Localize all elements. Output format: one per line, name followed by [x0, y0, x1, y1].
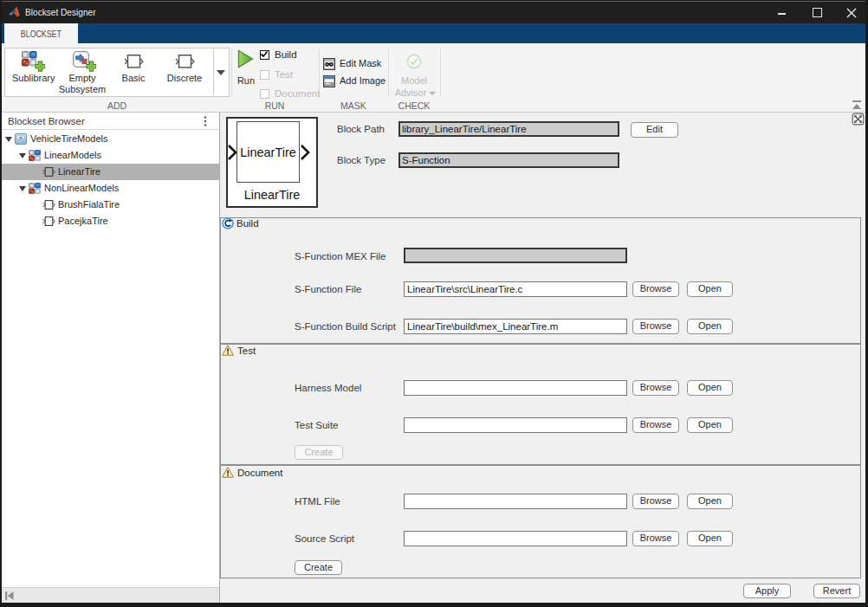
maximize-button[interactable] [806, 2, 830, 23]
tree-item-label: BrushFialaTire [58, 197, 120, 213]
tree-item-linearmodels[interactable]: LinearModels [2, 147, 219, 164]
empty-subsystem-button[interactable]: Empty Subsystem [55, 48, 109, 96]
run-section-label: RUN [249, 101, 301, 111]
empty-subsystem-icon [73, 51, 96, 73]
expander-icon[interactable] [19, 153, 26, 158]
add-section-label: ADD [91, 101, 143, 111]
test-checkbox[interactable]: Test [260, 70, 316, 81]
sfunction-build-script-open-button[interactable]: Open [687, 319, 733, 334]
collapse-panel-button[interactable] [3, 589, 17, 601]
empty-subsystem-label-line2: Subsystem [55, 84, 109, 94]
sfunction-build-script-field[interactable]: LinearTire\build\mex_LinearTire.m [404, 319, 627, 334]
model-advisor-button[interactable]: Model Advisor [392, 48, 437, 99]
expand-icon [852, 113, 865, 126]
sfunction-file-open-button[interactable]: Open [687, 281, 733, 297]
ribbon-band [2, 23, 865, 43]
test-suite-field[interactable] [404, 417, 627, 433]
build-section-title: Build [236, 218, 259, 229]
harness-model-open-button[interactable]: Open [687, 380, 733, 396]
blockset-designer-window: Blockset Designer BLOCKSET [0, 0, 868, 607]
html-file-field[interactable] [404, 494, 627, 509]
expander-icon[interactable] [19, 186, 26, 191]
run-button[interactable]: Run [233, 48, 259, 96]
divider-check-end [440, 49, 441, 97]
collapse-toolstrip-button[interactable] [851, 99, 865, 111]
browser-header-border [2, 129, 219, 130]
sfunction-mex-file-field[interactable] [404, 248, 627, 263]
add-image-button[interactable]: Add Image [321, 74, 387, 89]
preview-block: LinearTire [236, 121, 300, 183]
model-advisor-dropdown-icon [429, 92, 436, 95]
basic-label: Basic [113, 73, 154, 83]
tree-item-label: PacejkaTire [58, 213, 108, 229]
add-image-icon [323, 75, 335, 87]
build-checkbox-label: Build [275, 49, 297, 61]
run-label: Run [233, 75, 259, 86]
model-advisor-label-line2: Advisor [388, 87, 433, 99]
harness-model-browse-button[interactable]: Browse [632, 380, 679, 396]
gallery-dropdown-icon [217, 70, 225, 75]
expander-icon[interactable] [5, 137, 12, 142]
source-script-label: Source Script [295, 531, 354, 546]
edit-mask-button[interactable]: Edit Mask [321, 57, 387, 72]
sublibrary-icon [29, 183, 41, 194]
sfunction-file-field[interactable]: LinearTire\src\LinearTire.c [404, 281, 627, 297]
test-suite-open-button[interactable]: Open [687, 417, 733, 433]
tree-item-label: LinearModels [44, 147, 101, 164]
tab-blockset[interactable]: BLOCKSET [4, 23, 78, 43]
block-type-field[interactable]: S-Function [398, 152, 619, 168]
tree-item-pacejkatire[interactable]: PacejkaTire [2, 213, 219, 229]
block-type-label: Block Type [337, 152, 385, 168]
browser-bottom-strip [2, 587, 219, 603]
build-section-icon [222, 217, 234, 229]
discrete-block-icon [175, 55, 195, 68]
kebab-menu-icon [198, 114, 213, 128]
sfunction-build-script-browse-button[interactable]: Browse [632, 319, 679, 334]
discrete-button[interactable]: Discrete [164, 48, 205, 96]
tree-item-vehicletiremodels[interactable]: VehicleTireModels [2, 131, 219, 147]
close-icon [846, 8, 857, 18]
source-script-field[interactable] [404, 531, 627, 546]
tree-item-lineartire[interactable]: LinearTire [2, 164, 219, 180]
tree-item-brushfialatire[interactable]: BrushFialaTire [2, 197, 219, 213]
sfunction-file-label: S-Function File [295, 281, 361, 297]
test-suite-browse-button[interactable]: Browse [632, 417, 679, 433]
output-port-icon [300, 144, 310, 161]
mask-section-label: MASK [327, 101, 379, 111]
block-icon [42, 167, 55, 177]
add-image-label: Add Image [340, 75, 385, 87]
sfunction-mex-file-label: S-Function MEX File [295, 249, 385, 264]
run-icon [237, 49, 255, 68]
gallery-dropdown-button[interactable] [214, 48, 229, 96]
build-checkbox[interactable]: Build [260, 50, 316, 61]
tree-item-nonlinearmodels[interactable]: NonLinearModels [2, 180, 219, 197]
expand-panel-button[interactable] [852, 113, 865, 126]
edit-button[interactable]: Edit [631, 122, 678, 138]
harness-model-field[interactable] [404, 380, 627, 396]
test-create-button[interactable]: Create [295, 445, 343, 460]
close-button[interactable] [840, 2, 865, 23]
basic-button[interactable]: Basic [113, 48, 154, 96]
sfunction-file-browse-button[interactable]: Browse [632, 281, 679, 297]
preview-caption: LinearTire [226, 188, 318, 202]
source-script-browse-button[interactable]: Browse [632, 531, 679, 546]
sublibrary-button[interactable]: Sublibrary [12, 48, 54, 96]
test-checkbox-label: Test [275, 69, 293, 81]
edit-mask-label: Edit Mask [340, 58, 381, 69]
html-file-open-button[interactable]: Open [687, 494, 733, 509]
document-checkbox[interactable]: Document [260, 89, 316, 100]
document-create-button[interactable]: Create [295, 560, 342, 575]
minimize-button[interactable] [771, 2, 795, 23]
block-icon [42, 216, 55, 226]
test-suite-label: Test Suite [295, 417, 339, 433]
apply-button[interactable]: Apply [743, 584, 791, 598]
sfunction-build-script-label: S-Function Build Script [295, 319, 396, 334]
browser-menu-button[interactable] [198, 114, 213, 128]
revert-button[interactable]: Revert [813, 584, 860, 598]
html-file-browse-button[interactable]: Browse [632, 494, 679, 509]
divider-add-run [231, 49, 232, 97]
sublibrary-icon [22, 51, 45, 73]
source-script-open-button[interactable]: Open [687, 531, 733, 546]
block-path-field[interactable]: library_LinearTire/LinearTire [398, 121, 619, 137]
sublibrary-icon [29, 150, 41, 161]
